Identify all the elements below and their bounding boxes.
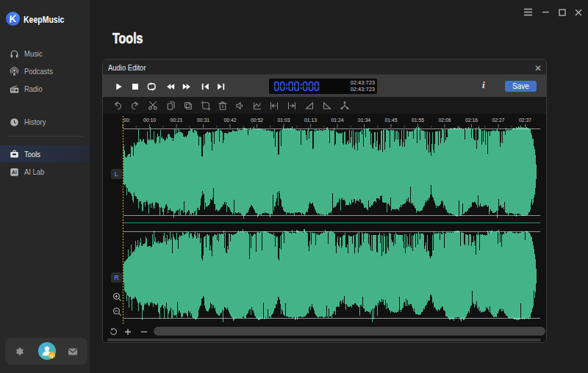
svg-text:01:55: 01:55: [412, 117, 424, 123]
svg-text:01:24: 01:24: [331, 117, 343, 123]
svg-text:00:42: 00:42: [223, 117, 236, 123]
svg-text:02:37: 02:37: [519, 117, 531, 123]
svg-text:00:31: 00:31: [197, 117, 209, 123]
svg-text:01:03: 01:03: [277, 117, 290, 123]
svg-text:02:16: 02:16: [465, 117, 478, 123]
svg-text:01:45: 01:45: [384, 117, 397, 123]
svg-text:00:: 00:: [123, 117, 131, 123]
svg-text:U: U: [50, 354, 53, 358]
svg-text:02:27: 02:27: [492, 117, 504, 123]
svg-text:Ai: Ai: [12, 170, 17, 175]
svg-text:01:34: 01:34: [358, 117, 370, 123]
svg-text:00:21: 00:21: [170, 117, 182, 123]
svg-text:01:13: 01:13: [304, 117, 317, 123]
svg-text:00:10: 00:10: [143, 117, 156, 123]
svg-text:00:52: 00:52: [251, 117, 263, 123]
svg-text:02:06: 02:06: [438, 117, 451, 123]
